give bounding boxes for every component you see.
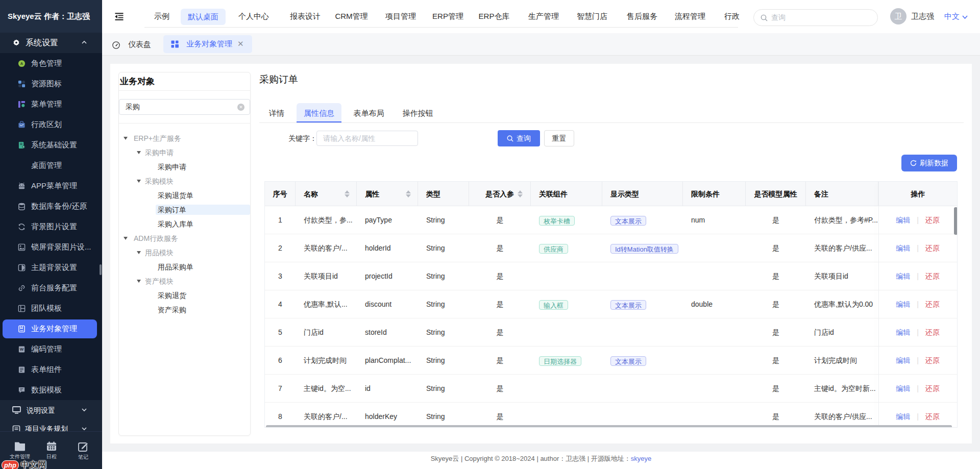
svg-text:A: A xyxy=(20,61,23,66)
svg-text:W: W xyxy=(20,347,24,352)
